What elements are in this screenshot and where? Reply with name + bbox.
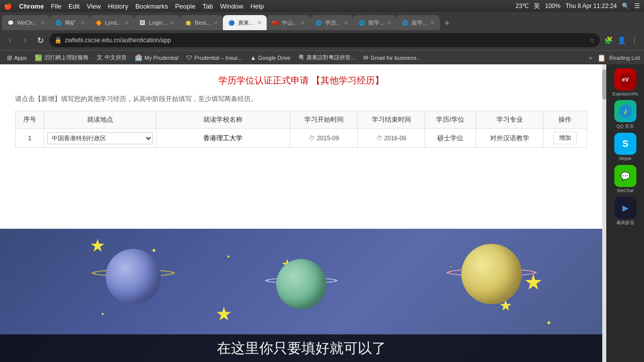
reading-list-label: Reading List	[609, 55, 640, 61]
tab-close-login[interactable]: ✕	[170, 20, 175, 26]
menu-chrome[interactable]: Chrome	[19, 3, 44, 10]
menu-control-icon[interactable]: ☰	[634, 3, 640, 10]
svg-text:eV: eV	[622, 76, 629, 82]
subtitle-bar: 在这里你只要填好就可以了	[0, 334, 602, 362]
tab-close-lynd[interactable]: ✕	[124, 20, 129, 26]
tab-liu2[interactable]: 🌐 留学... ✕	[396, 15, 440, 30]
page-title-main: 学历学位认证正式申请	[218, 75, 309, 85]
scrollbar-thumb[interactable]	[602, 69, 606, 100]
wechat-label: WeChat	[617, 188, 633, 193]
profile-icon[interactable]: 👤	[616, 35, 627, 46]
tab-bar: 💬 WeCh... ✕ 🌐 网矿 ✕ 🔶 Lynd... ✕ 🅰 Login..…	[0, 12, 644, 30]
bookmark-gmail-label: Gmail for business...	[370, 55, 421, 61]
tab-login[interactable]: 🅰 Login... ✕	[134, 15, 180, 30]
page-title: 学历学位认证正式申请 【其他学习经历】	[15, 74, 587, 86]
tab-china[interactable]: 🇨🇳 中山... ✕	[267, 15, 310, 30]
menu-people[interactable]: People	[175, 3, 195, 10]
sparkle-6: ✦	[546, 319, 552, 327]
add-button[interactable]: 增加	[553, 132, 577, 144]
cell-region[interactable]: 中国香港特别行政区	[44, 129, 156, 148]
scrollbar-track[interactable]	[602, 64, 606, 362]
sidebar-app-storm[interactable]: ▶ 暴风影音	[610, 196, 640, 226]
data-table: 序号 就读地点 就读学校名称 学习开始时间 学习结束时间 学历/学位 学习专业 …	[15, 111, 587, 148]
cell-action[interactable]: 增加	[543, 129, 587, 148]
star-decoration-3	[525, 274, 542, 291]
menu-view[interactable]: View	[87, 3, 101, 10]
tab-close-xue1[interactable]: ✕	[344, 20, 348, 26]
prudential-icon: 🏥	[135, 54, 142, 61]
menu-history[interactable]: History	[108, 3, 128, 10]
sparkle-4: •	[450, 264, 451, 268]
skype-icon: S	[614, 133, 636, 155]
sidebar-app-skype[interactable]: S Skype	[610, 132, 640, 162]
menu-window[interactable]: Window	[220, 3, 243, 10]
bookmark-cantonese-label: 廣東話對粵語拼音...	[306, 54, 355, 61]
tab-close-net[interactable]: ✕	[80, 20, 85, 26]
table-row: 1 中国香港特别行政区	[16, 129, 587, 148]
tab-xue1[interactable]: 🌐 学历... ✕	[310, 15, 353, 30]
tab-close-wechat[interactable]: ✕	[40, 20, 45, 26]
menu-file[interactable]: File	[51, 3, 61, 10]
tab-lynd[interactable]: 🔶 Lynd... ✕	[90, 15, 134, 30]
reload-button[interactable]: ↻	[34, 34, 46, 46]
tab-label-login: Login...	[149, 20, 167, 26]
menu-tab[interactable]: Tab	[202, 3, 213, 10]
new-tab-button[interactable]: +	[440, 16, 454, 30]
school-input[interactable]	[159, 134, 287, 142]
more-options-icon[interactable]: ⋮	[629, 35, 640, 46]
planet-yellow-container	[461, 244, 522, 304]
bookmark-apps[interactable]: ⊞ Apps	[4, 53, 30, 62]
tab-favicon-guang: 🔵	[228, 19, 235, 26]
tab-close-liu2[interactable]: ✕	[430, 20, 435, 26]
bookmarks-bar: ⊞ Apps 💹 滔打網上理財服務 文 中文拼音 🏥 My Prudential…	[0, 50, 644, 64]
tab-close-liu1[interactable]: ✕	[387, 20, 391, 26]
tab-label-xue1: 学历...	[325, 19, 341, 27]
sidebar-app-qqmusic[interactable]: ♪ QQ 音乐	[610, 100, 640, 130]
tab-close-best[interactable]: ✕	[213, 20, 218, 26]
reading-list-icon[interactable]: 📋	[596, 52, 607, 63]
url-text: zwfwbl.cscse.edu.cn/authentication/app	[65, 37, 171, 44]
cell-degree: 硕士学位	[425, 129, 476, 148]
sidebar-app-evpn[interactable]: eV ExpressVPN	[610, 67, 640, 98]
bookmarks-more-icon[interactable]: »	[589, 54, 592, 61]
cantonese-icon: 粤	[298, 53, 304, 62]
browser: 💬 WeCh... ✕ 🌐 网矿 ✕ 🔶 Lynd... ✕ 🅰 Login..…	[0, 12, 644, 362]
cell-school[interactable]	[156, 129, 290, 148]
menu-datetime: Thu 8 Apr 11:22:24	[566, 3, 617, 10]
forward-button[interactable]: ›	[19, 34, 31, 46]
sidebar-app-wechat[interactable]: 💬 WeChat	[610, 164, 640, 194]
address-bar[interactable]: 🔒 zwfwbl.cscse.edu.cn/authentication/app…	[49, 33, 600, 47]
tab-wechat[interactable]: 💬 WeCh... ✕	[2, 15, 50, 30]
tab-guang[interactable]: 🔵 廣東... ✕	[223, 15, 266, 30]
extensions-icon[interactable]: 🧩	[603, 35, 614, 46]
menu-temp: 23℃	[516, 3, 529, 10]
tab-close-china[interactable]: ✕	[300, 20, 305, 26]
tab-liu1[interactable]: 🌐 留学... ✕	[353, 15, 396, 30]
bookmark-finance[interactable]: 💹 滔打網上理財服務	[32, 53, 92, 62]
col-action: 操作	[543, 111, 587, 129]
wechat-icon: 💬	[614, 165, 636, 187]
region-select[interactable]: 中国香港特别行政区	[47, 132, 152, 144]
menu-edit[interactable]: Edit	[68, 3, 79, 10]
apple-menu[interactable]: 🍎	[4, 3, 12, 10]
toolbar: ‹ › ↻ 🔒 zwfwbl.cscse.edu.cn/authenticati…	[0, 30, 644, 50]
qqmusic-label: QQ 音乐	[616, 123, 634, 130]
bookmark-cantonese[interactable]: 粤 廣東話對粵語拼音...	[295, 52, 358, 63]
bookmark-pinyin[interactable]: 文 中文拼音	[94, 52, 130, 63]
col-end: 学习结束时间	[358, 111, 425, 129]
bookmark-prudential-ins[interactable]: 🛡 Prudential – Insur...	[183, 53, 245, 62]
menu-search-icon[interactable]: 🔍	[622, 3, 629, 10]
planet-teal-container	[276, 259, 327, 309]
menu-bookmarks[interactable]: Bookmarks	[135, 3, 168, 10]
bookmark-star-icon[interactable]: ☆	[589, 37, 595, 44]
back-button[interactable]: ‹	[4, 34, 16, 46]
bookmark-gmail[interactable]: ✉ Gmail for business...	[360, 53, 424, 62]
tab-net[interactable]: 🌐 网矿 ✕	[50, 15, 90, 30]
bookmark-prudential[interactable]: 🏥 My Prudential	[132, 53, 181, 62]
tab-best[interactable]: 🌟 Best... ✕	[180, 15, 223, 30]
tab-close-guang[interactable]: ✕	[257, 20, 262, 26]
menu-help[interactable]: Help	[251, 3, 264, 10]
svg-text:💬: 💬	[620, 171, 630, 181]
bookmark-drive[interactable]: ▲ Google Drive	[247, 53, 293, 62]
col-school: 就读学校名称	[156, 111, 290, 129]
